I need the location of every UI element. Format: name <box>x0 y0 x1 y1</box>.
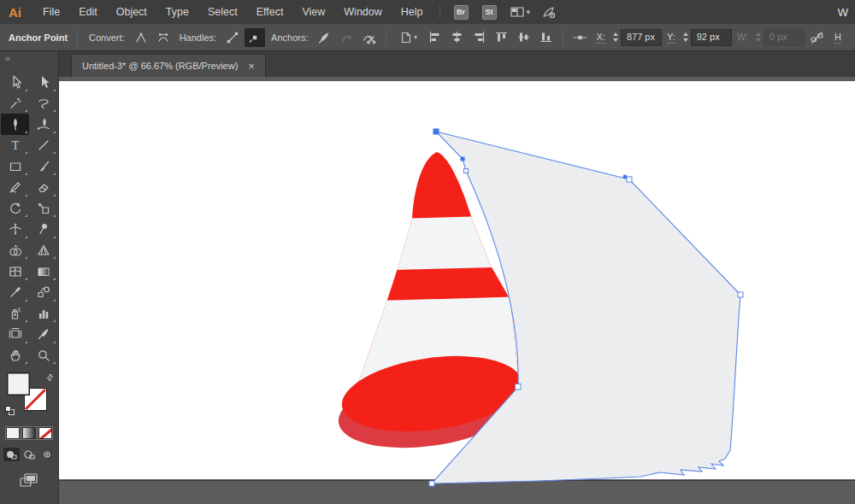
anchor-hollow-5[interactable] <box>429 481 434 486</box>
gpu-performance-icon[interactable] <box>542 6 556 19</box>
perspective-grid-tool[interactable] <box>29 240 57 261</box>
artboard-tool[interactable] <box>1 324 29 345</box>
document-tab[interactable]: Untitled-3* @ 66.67% (RGB/Preview) × <box>71 54 266 77</box>
pen-icon <box>9 117 22 131</box>
anchor-hollow-2[interactable] <box>627 177 632 182</box>
x-stepper[interactable] <box>613 32 618 42</box>
workspace-switcher[interactable]: ▾ <box>510 6 531 18</box>
column-graph-tool[interactable] <box>29 303 57 325</box>
gradient-icon <box>37 265 50 278</box>
menu-view[interactable]: View <box>292 0 334 24</box>
mesh-tool[interactable] <box>1 261 29 282</box>
menu-window[interactable]: Window <box>334 0 391 24</box>
anchor-hollow-1[interactable] <box>464 169 469 173</box>
menu-effect[interactable]: Effect <box>247 0 293 24</box>
zoom-tool[interactable] <box>29 345 57 366</box>
toolbar-collapse-button[interactable]: « <box>0 51 58 65</box>
anchor-selected-top[interactable] <box>433 129 439 135</box>
scale-tool[interactable] <box>29 198 57 220</box>
default-fill-stroke-icon[interactable] <box>5 406 15 415</box>
align-vertical-bottom-button[interactable] <box>535 28 556 47</box>
eraser-icon <box>37 180 50 194</box>
menu-separator <box>439 5 440 19</box>
paintbrush-tool[interactable] <box>29 155 57 177</box>
eraser-tool[interactable] <box>29 177 57 198</box>
h-label: H <box>834 32 841 44</box>
width-tool[interactable] <box>1 219 29 240</box>
menu-help[interactable]: Help <box>392 0 433 24</box>
symbol-sprayer-tool[interactable] <box>1 303 29 325</box>
direct-selection-arrow-icon <box>37 75 50 89</box>
line-segment-tool[interactable] <box>29 135 57 156</box>
slice-tool[interactable] <box>29 324 57 345</box>
fill-swatch[interactable] <box>7 372 30 396</box>
stock-icon[interactable]: St <box>482 5 497 20</box>
x-label[interactable]: X: <box>596 32 604 44</box>
constrain-proportions-broken-link-icon[interactable] <box>810 31 824 44</box>
swap-fill-stroke-icon[interactable]: ⇄ <box>44 372 56 384</box>
eyedropper-tool[interactable] <box>1 282 29 303</box>
y-input[interactable]: 92 px <box>691 29 732 46</box>
menu-object[interactable]: Object <box>107 0 156 24</box>
draw-behind-button[interactable] <box>21 448 38 461</box>
draw-inside-button[interactable] <box>39 448 56 461</box>
rectangle-tool[interactable] <box>1 155 29 177</box>
document-tab-bar: Untitled-3* @ 66.67% (RGB/Preview) × <box>59 51 855 77</box>
pen-tool[interactable] <box>1 114 29 135</box>
chevron-down-icon: ▾ <box>527 8 531 16</box>
menu-type[interactable]: Type <box>156 0 198 24</box>
gradient-tool[interactable] <box>29 261 57 282</box>
gradient-button[interactable] <box>22 427 36 439</box>
menu-file[interactable]: File <box>33 0 69 24</box>
anchor-hollow-3[interactable] <box>738 292 743 297</box>
align-horizontal-right-button[interactable] <box>469 28 489 47</box>
selection-tool[interactable] <box>1 72 29 93</box>
divider <box>77 29 78 46</box>
cut-path-button[interactable] <box>358 28 379 47</box>
none-button[interactable] <box>38 427 52 439</box>
chevron-down-icon: ▾ <box>414 33 417 41</box>
show-handles-button[interactable] <box>222 28 243 47</box>
blend-tool[interactable] <box>29 282 57 303</box>
screen-mode-button[interactable] <box>0 473 58 488</box>
lasso-tool[interactable] <box>29 93 57 114</box>
align-right-icon <box>473 31 486 44</box>
shape-builder-tool[interactable] <box>1 240 29 261</box>
curvature-tool[interactable] <box>29 114 57 135</box>
align-horizontal-left-button[interactable] <box>424 28 445 47</box>
align-horizontal-center-button[interactable] <box>446 28 467 47</box>
x-input[interactable]: 877 px <box>621 29 662 46</box>
color-button[interactable] <box>6 427 20 439</box>
type-tool[interactable]: T <box>1 135 29 156</box>
direct-selection-tool[interactable] <box>29 72 57 93</box>
align-vertical-middle-button[interactable] <box>513 28 534 47</box>
anchor-selected-2[interactable] <box>461 157 465 161</box>
anchor-hollow-4[interactable] <box>516 384 522 390</box>
hand-tool[interactable] <box>1 345 29 366</box>
remove-anchor-button[interactable] <box>314 28 334 47</box>
puppet-warp-tool[interactable] <box>29 219 57 240</box>
context-label: Anchor Point <box>9 32 68 43</box>
menu-edit[interactable]: Edit <box>69 0 107 24</box>
draw-normal-button[interactable] <box>3 448 20 461</box>
convert-to-corner-button[interactable] <box>131 28 151 47</box>
y-label[interactable]: Y: <box>667 32 675 44</box>
canvas-area[interactable] <box>59 77 855 504</box>
convert-to-smooth-button[interactable] <box>153 28 174 47</box>
align-vertical-top-button[interactable] <box>491 28 511 47</box>
draw-behind-icon <box>23 449 35 460</box>
hide-handles-button[interactable] <box>245 28 265 47</box>
column-graph-icon <box>37 307 50 320</box>
isolate-object-button[interactable]: ▾ <box>393 28 422 47</box>
app-logo: Ai <box>9 5 21 20</box>
menu-select[interactable]: Select <box>198 0 247 24</box>
close-icon[interactable]: × <box>248 61 255 72</box>
shaper-tool[interactable] <box>1 177 29 198</box>
align-middle-icon <box>517 31 530 44</box>
rotate-tool[interactable] <box>1 198 29 220</box>
magic-wand-tool[interactable] <box>1 93 29 114</box>
bridge-icon[interactable]: Br <box>454 5 469 20</box>
divider <box>563 29 563 46</box>
y-stepper[interactable] <box>683 32 688 42</box>
control-bar: Anchor Point Convert: Handles: Anchors: <box>0 24 855 51</box>
